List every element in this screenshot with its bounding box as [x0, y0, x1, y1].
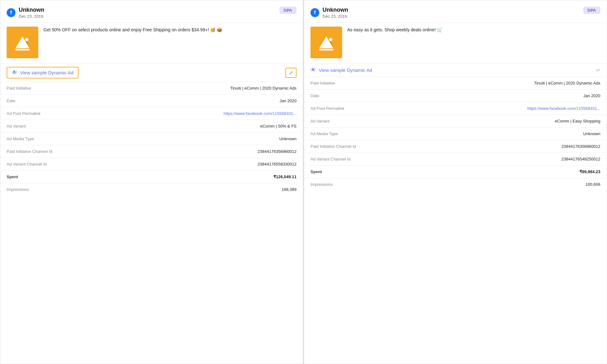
facebook-icon: f — [310, 8, 319, 17]
ad-preview: Get 50% OFF on select products online an… — [0, 22, 303, 63]
table-row: Ad Post Permalink https://www.facebook.c… — [0, 107, 303, 120]
impressions-label: Impressions — [0, 183, 137, 196]
impressions-label: Impressions — [304, 178, 440, 191]
card-header: f Unknown Dec 23, 2019 DPA — [304, 0, 607, 22]
field-value-6: 23844176558330012 — [137, 158, 303, 171]
field-label-0: Paid Initiative — [0, 82, 137, 95]
field-label-6: Ad Variant Channel Id — [0, 158, 137, 171]
field-value-1: Jan 2020 — [137, 95, 303, 107]
card-header: f Unknown Dec 23, 2019 DPA — [0, 0, 303, 22]
ad-date: Dec 23, 2019 — [323, 14, 348, 19]
field-value-5: 23844176356960012 — [440, 140, 607, 153]
eye-icon: 👁 — [310, 67, 316, 73]
spent-row: Spent ₹126,049.11 — [0, 171, 303, 183]
field-value-1: Jan 2020 — [440, 90, 607, 102]
dpa-badge: DPA — [279, 7, 297, 14]
field-label-6: Ad Variant Channel Id — [304, 153, 440, 166]
spent-value: ₹126,049.11 — [137, 171, 303, 183]
field-label-5: Paid Initiative Channel Id — [304, 140, 440, 153]
ad-image — [7, 27, 38, 58]
field-value-4: Unknown — [137, 133, 303, 145]
ad-copy: Get 50% OFF on select products online an… — [43, 27, 297, 33]
page-container: f Unknown Dec 23, 2019 DPA — [0, 0, 607, 364]
table-row: Paid Initiative Channel Id 2384417635696… — [304, 140, 607, 153]
field-label-4: Ad Media Type — [0, 133, 137, 145]
ad-title: Unknown — [323, 7, 348, 13]
spent-label: Spent — [0, 171, 137, 183]
ad-copy: As easy as it gets. Shop weekly deals on… — [347, 27, 600, 33]
table-row: Ad Variant Channel Id 23844176558330012 — [0, 158, 303, 171]
ad-title: Unknown — [19, 7, 44, 13]
dpa-badge: DPA — [583, 7, 600, 14]
field-label-4: Ad Media Type — [304, 128, 440, 140]
view-dynamic-ad-button[interactable]: 👁 View sample Dynamic Ad — [7, 67, 79, 78]
return-icon: ↵ — [596, 67, 600, 73]
header-title-block: Unknown Dec 23, 2019 — [323, 7, 348, 19]
ad-preview: As easy as it gets. Shop weekly deals on… — [304, 22, 607, 63]
field-value-0: Tinuiti | eComm | 2020 Dynamic Ads — [440, 77, 607, 90]
field-value-2: https://www.facebook.com/115568331... — [440, 102, 607, 115]
data-table: Paid Initiative Tinuiti | eComm | 2020 D… — [0, 82, 303, 196]
spent-value: ₹89,984.23 — [440, 166, 607, 178]
field-label-5: Paid Initiative Channel Id — [0, 145, 137, 158]
field-value-4: Unknown — [440, 128, 607, 140]
ad-card-2: f Unknown Dec 23, 2019 DPA — [304, 0, 607, 364]
view-dynamic-ad-row: 👁 View sample Dynamic Ad ↵ — [304, 63, 607, 77]
field-value-2: https://www.facebook.com/115568331... — [137, 107, 303, 120]
view-dynamic-ad-button[interactable]: 👁 View sample Dynamic Ad — [310, 67, 372, 73]
field-label-1: Date — [0, 95, 137, 107]
impressions-value: 100,606 — [440, 178, 607, 191]
svg-point-2 — [25, 38, 29, 41]
header-left: f Unknown Dec 23, 2019 — [7, 7, 44, 19]
table-row: Paid Initiative Tinuiti | eComm | 2020 D… — [0, 82, 303, 95]
view-dynamic-ad-label: View sample Dynamic Ad — [319, 67, 372, 73]
view-dynamic-ad-row: 👁 View sample Dynamic Ad ⤢ — [0, 63, 303, 82]
table-row: Ad Post Permalink https://www.facebook.c… — [304, 102, 607, 115]
table-row: Ad Variant eComm | Easy Shopping — [304, 115, 607, 128]
view-dynamic-ad-label: View sample Dynamic Ad — [20, 70, 73, 75]
field-value-3: eComm | Easy Shopping — [440, 115, 607, 128]
impressions-row: Impressions 188,389 — [0, 183, 303, 196]
impressions-value: 188,389 — [137, 183, 303, 196]
ad-card-1: f Unknown Dec 23, 2019 DPA — [0, 0, 303, 364]
table-row: Ad Variant eComm | 50% & FS — [0, 120, 303, 133]
table-row: Paid Initiative Channel Id 2384417635696… — [0, 145, 303, 158]
header-title-block: Unknown Dec 23, 2019 — [19, 7, 44, 19]
field-label-2: Ad Post Permalink — [304, 102, 440, 115]
eye-icon: 👁 — [12, 69, 17, 76]
field-label-1: Date — [304, 90, 440, 102]
table-row: Date Jan 2020 — [304, 90, 607, 102]
field-label-0: Paid Initiative — [304, 77, 440, 90]
spent-row: Spent ₹89,984.23 — [304, 166, 607, 178]
field-value-3: eComm | 50% & FS — [137, 120, 303, 133]
table-row: Ad Variant Channel Id 23844176548250012 — [304, 153, 607, 166]
field-value-5: 23844176356960012 — [137, 145, 303, 158]
field-label-2: Ad Post Permalink — [0, 107, 137, 120]
ad-date: Dec 23, 2019 — [19, 14, 44, 19]
expand-icon[interactable]: ⤢ — [285, 68, 297, 78]
header-left: f Unknown Dec 23, 2019 — [310, 7, 348, 19]
field-label-3: Ad Variant — [0, 120, 137, 133]
ad-image — [310, 27, 342, 58]
field-value-0: Tinuiti | eComm | 2020 Dynamic Ads — [137, 82, 303, 95]
spent-label: Spent — [304, 166, 440, 178]
svg-rect-7 — [319, 49, 334, 51]
facebook-icon: f — [7, 8, 16, 17]
data-table: Paid Initiative Tinuiti | eComm | 2020 D… — [304, 77, 607, 191]
field-label-3: Ad Variant — [304, 115, 440, 128]
field-value-6: 23844176548250012 — [440, 153, 607, 166]
impressions-row: Impressions 100,606 — [304, 178, 607, 191]
table-row: Ad Media Type Unknown — [304, 128, 607, 140]
table-row: Paid Initiative Tinuiti | eComm | 2020 D… — [304, 77, 607, 90]
table-row: Ad Media Type Unknown — [0, 133, 303, 145]
svg-point-6 — [329, 38, 332, 41]
svg-rect-3 — [16, 49, 30, 51]
table-row: Date Jan 2020 — [0, 95, 303, 107]
